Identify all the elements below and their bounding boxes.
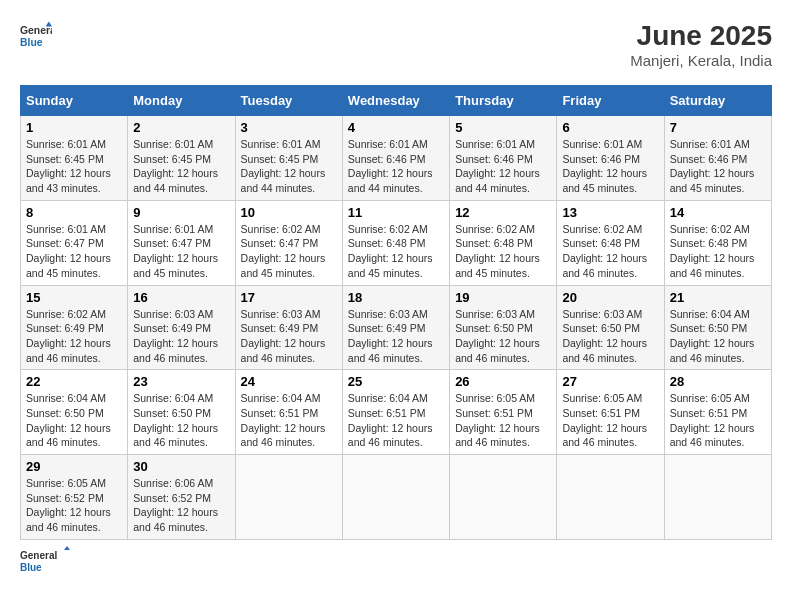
day-cell: 22 Sunrise: 6:04 AMSunset: 6:50 PMDaylig…	[21, 370, 128, 455]
day-cell: 1 Sunrise: 6:01 AMSunset: 6:45 PMDayligh…	[21, 116, 128, 201]
svg-text:Blue: Blue	[20, 37, 43, 48]
day-cell: 7 Sunrise: 6:01 AMSunset: 6:46 PMDayligh…	[664, 116, 771, 201]
day-cell: 13 Sunrise: 6:02 AMSunset: 6:48 PMDaylig…	[557, 200, 664, 285]
day-cell: 4 Sunrise: 6:01 AMSunset: 6:46 PMDayligh…	[342, 116, 449, 201]
day-cell: 15 Sunrise: 6:02 AMSunset: 6:49 PMDaylig…	[21, 285, 128, 370]
day-cell: 19 Sunrise: 6:03 AMSunset: 6:50 PMDaylig…	[450, 285, 557, 370]
col-friday: Friday	[557, 86, 664, 116]
day-cell: 9 Sunrise: 6:01 AMSunset: 6:47 PMDayligh…	[128, 200, 235, 285]
day-cell: 12 Sunrise: 6:02 AMSunset: 6:48 PMDaylig…	[450, 200, 557, 285]
day-cell-empty	[342, 455, 449, 540]
page-subtitle: Manjeri, Kerala, India	[630, 52, 772, 69]
day-cell: 17 Sunrise: 6:03 AMSunset: 6:49 PMDaylig…	[235, 285, 342, 370]
day-cell: 29 Sunrise: 6:05 AMSunset: 6:52 PMDaylig…	[21, 455, 128, 540]
calendar-table: Sunday Monday Tuesday Wednesday Thursday…	[20, 85, 772, 540]
day-cell: 28 Sunrise: 6:05 AMSunset: 6:51 PMDaylig…	[664, 370, 771, 455]
day-cell-empty	[235, 455, 342, 540]
day-cell: 6 Sunrise: 6:01 AMSunset: 6:46 PMDayligh…	[557, 116, 664, 201]
day-cell: 16 Sunrise: 6:03 AMSunset: 6:49 PMDaylig…	[128, 285, 235, 370]
day-cell: 21 Sunrise: 6:04 AMSunset: 6:50 PMDaylig…	[664, 285, 771, 370]
day-cell: 18 Sunrise: 6:03 AMSunset: 6:49 PMDaylig…	[342, 285, 449, 370]
day-cell: 5 Sunrise: 6:01 AMSunset: 6:46 PMDayligh…	[450, 116, 557, 201]
table-row: 29 Sunrise: 6:05 AMSunset: 6:52 PMDaylig…	[21, 455, 772, 540]
svg-marker-2	[46, 22, 52, 27]
logo-footer: General Blue	[20, 546, 70, 576]
day-cell: 2 Sunrise: 6:01 AMSunset: 6:45 PMDayligh…	[128, 116, 235, 201]
col-tuesday: Tuesday	[235, 86, 342, 116]
col-saturday: Saturday	[664, 86, 771, 116]
day-cell: 8 Sunrise: 6:01 AMSunset: 6:47 PMDayligh…	[21, 200, 128, 285]
day-cell: 30 Sunrise: 6:06 AMSunset: 6:52 PMDaylig…	[128, 455, 235, 540]
svg-text:General: General	[20, 550, 57, 561]
day-cell-empty	[450, 455, 557, 540]
col-sunday: Sunday	[21, 86, 128, 116]
col-thursday: Thursday	[450, 86, 557, 116]
table-row: 22 Sunrise: 6:04 AMSunset: 6:50 PMDaylig…	[21, 370, 772, 455]
day-cell-empty	[557, 455, 664, 540]
day-cell: 26 Sunrise: 6:05 AMSunset: 6:51 PMDaylig…	[450, 370, 557, 455]
table-row: 1 Sunrise: 6:01 AMSunset: 6:45 PMDayligh…	[21, 116, 772, 201]
day-cell-empty	[664, 455, 771, 540]
day-cell: 27 Sunrise: 6:05 AMSunset: 6:51 PMDaylig…	[557, 370, 664, 455]
col-wednesday: Wednesday	[342, 86, 449, 116]
svg-text:Blue: Blue	[20, 562, 42, 573]
page-title: June 2025	[630, 20, 772, 52]
day-cell: 3 Sunrise: 6:01 AMSunset: 6:45 PMDayligh…	[235, 116, 342, 201]
day-cell: 14 Sunrise: 6:02 AMSunset: 6:48 PMDaylig…	[664, 200, 771, 285]
day-cell: 24 Sunrise: 6:04 AMSunset: 6:51 PMDaylig…	[235, 370, 342, 455]
svg-marker-5	[64, 546, 70, 550]
calendar-header-row: Sunday Monday Tuesday Wednesday Thursday…	[21, 86, 772, 116]
day-cell: 11 Sunrise: 6:02 AMSunset: 6:48 PMDaylig…	[342, 200, 449, 285]
page-header: General Blue June 2025 Manjeri, Kerala, …	[20, 20, 772, 69]
table-row: 8 Sunrise: 6:01 AMSunset: 6:47 PMDayligh…	[21, 200, 772, 285]
table-row: 15 Sunrise: 6:02 AMSunset: 6:49 PMDaylig…	[21, 285, 772, 370]
day-cell: 10 Sunrise: 6:02 AMSunset: 6:47 PMDaylig…	[235, 200, 342, 285]
day-cell: 20 Sunrise: 6:03 AMSunset: 6:50 PMDaylig…	[557, 285, 664, 370]
logo: General Blue	[20, 20, 52, 52]
day-cell: 23 Sunrise: 6:04 AMSunset: 6:50 PMDaylig…	[128, 370, 235, 455]
col-monday: Monday	[128, 86, 235, 116]
title-block: June 2025 Manjeri, Kerala, India	[630, 20, 772, 69]
svg-text:General: General	[20, 25, 52, 36]
day-cell: 25 Sunrise: 6:04 AMSunset: 6:51 PMDaylig…	[342, 370, 449, 455]
logo-icon: General Blue	[20, 20, 52, 52]
